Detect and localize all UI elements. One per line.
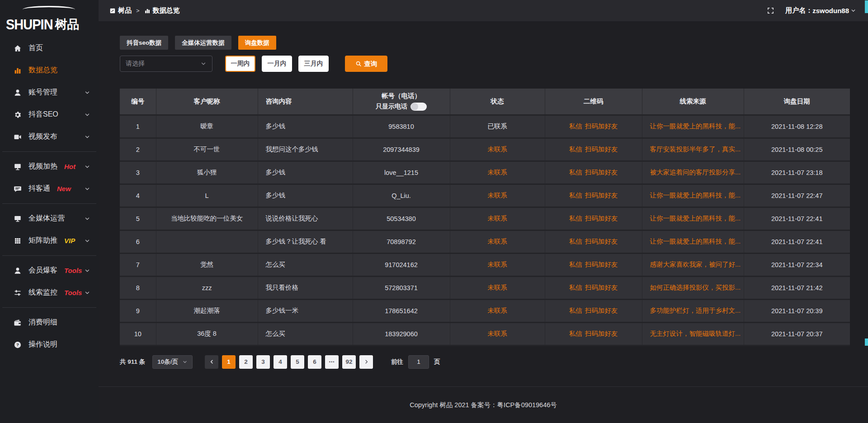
breadcrumb-item[interactable]: 数据总览	[144, 6, 180, 15]
qr-action-link[interactable]: 扫码加好友	[585, 192, 618, 199]
sidebar-item-label: 矩阵助推	[28, 236, 57, 245]
next-page-button[interactable]	[359, 355, 373, 369]
lead-source-link[interactable]: 多功能护栏灯，适用于乡村文...	[650, 307, 741, 314]
period-button-within-three-months[interactable]: 三月内	[298, 56, 329, 72]
goto-label: 前往	[391, 358, 403, 366]
page-button-3[interactable]: 3	[256, 355, 270, 369]
chevron-down-icon	[84, 268, 90, 274]
qr-action-link[interactable]: 私信	[569, 215, 582, 222]
chevron-down-icon	[84, 290, 90, 296]
page-button-2[interactable]: 2	[239, 355, 253, 369]
sidebar-item-data-overview[interactable]: 数据总览	[0, 59, 99, 81]
status-text: 已联系	[487, 122, 507, 130]
qr-action-link[interactable]: 扫码加好友	[585, 238, 618, 245]
sidebar-item-home[interactable]: 首页	[0, 37, 99, 59]
page-button-5[interactable]: 5	[291, 355, 304, 369]
qr-action-link[interactable]: 私信	[569, 261, 582, 268]
qr-action-link[interactable]: 扫码加好友	[585, 169, 618, 176]
period-filter-group: 一周内一月内三月内	[225, 56, 329, 72]
scrollbar-thumb[interactable]	[865, 0, 868, 13]
username: zswodun88	[812, 7, 849, 14]
sidebar-item-label: 线索监控	[28, 288, 57, 297]
qr-action-link[interactable]: 私信	[569, 238, 582, 245]
lead-source-link[interactable]: 让你一眼就爱上的黑科技，能...	[650, 122, 741, 130]
customer-nickname: 不可一世	[156, 138, 258, 161]
qr-action-link[interactable]: 扫码加好友	[585, 215, 618, 222]
page-size-select[interactable]: 10条/页	[152, 355, 193, 369]
sidebar-item-lead-monitor[interactable]: 线索监控Tools	[0, 282, 99, 304]
goto-page-input[interactable]	[408, 355, 429, 369]
sidebar-item-consumption-detail[interactable]: 消费明细	[0, 311, 99, 334]
tab-inquiry-data[interactable]: 询盘数据	[238, 36, 276, 50]
account-phone: 183929060	[353, 322, 450, 345]
period-button-within-week[interactable]: 一周内	[225, 56, 255, 72]
column-header-4: 状态	[450, 89, 545, 115]
qr-action-link[interactable]: 扫码加好友	[585, 284, 618, 291]
status-text: 未联系	[487, 169, 507, 176]
lead-source-link[interactable]: 让你一眼就爱上的黑科技，能...	[650, 238, 741, 245]
qr-action-link[interactable]: 扫码加好友	[585, 261, 618, 268]
sidebar-item-account-management[interactable]: 账号管理	[0, 81, 99, 103]
tab-omnimedia-operation-data[interactable]: 全媒体运营数据	[175, 36, 231, 50]
contact-status-cell: 未联系	[450, 184, 545, 207]
sidebar-item-operation-guide[interactable]: ?操作说明	[0, 334, 99, 356]
qr-action-link[interactable]: 私信	[569, 330, 582, 337]
sidebar-item-douyin-seo[interactable]: 抖音SEO	[0, 103, 99, 126]
page-button-92[interactable]: 92	[342, 355, 356, 369]
qr-actions-cell: 私信扫码加好友	[545, 138, 642, 161]
fullscreen-icon[interactable]	[767, 7, 774, 14]
page-button-4[interactable]: 4	[274, 355, 287, 369]
lead-source-link[interactable]: 让你一眼就爱上的黑科技，能...	[650, 192, 741, 199]
lead-source-cell: 让你一眼就爱上的黑科技，能...	[642, 184, 744, 207]
chevron-down-icon	[200, 61, 207, 67]
qr-actions-cell: 私信扫码加好友	[545, 161, 642, 184]
inquiry-date: 2021-11-07 22:47	[744, 184, 850, 207]
qr-actions-cell: 私信扫码加好友	[545, 115, 642, 138]
sidebar-item-matrix-boost[interactable]: 矩阵助推VIP	[0, 230, 99, 252]
qr-action-link[interactable]: 扫码加好友	[585, 122, 618, 130]
page-button-1[interactable]: 1	[222, 355, 236, 369]
chevron-down-icon	[182, 359, 188, 365]
lead-source-link[interactable]: 感谢大家喜欢我家，被问了好...	[650, 261, 741, 268]
breadcrumb-item[interactable]: 树品	[109, 6, 132, 15]
sidebar-item-member-baoke[interactable]: 会员爆客Tools	[0, 259, 99, 282]
prev-page-button[interactable]	[205, 355, 218, 369]
period-button-within-month[interactable]: 一月内	[262, 56, 292, 72]
qr-action-link[interactable]: 私信	[569, 169, 582, 176]
qr-action-link[interactable]: 私信	[569, 307, 582, 314]
lead-source-link[interactable]: 让你一眼就爱上的黑科技，能...	[650, 215, 741, 222]
row-number: 6	[120, 230, 156, 253]
page-buttons: 123456•••92	[205, 355, 373, 369]
lead-source-link[interactable]: 客厅安装投影半年多了，真实...	[650, 146, 741, 153]
qr-action-link[interactable]: 扫码加好友	[585, 330, 618, 337]
qr-action-link[interactable]: 私信	[569, 192, 582, 199]
data-tabs: 抖音seo数据全媒体运营数据询盘数据	[120, 36, 850, 50]
filter-select[interactable]: 请选择	[120, 56, 212, 72]
qr-action-link[interactable]: 私信	[569, 122, 582, 130]
user-menu[interactable]: 用户名： zswodun88	[785, 6, 856, 15]
qr-action-link[interactable]: 私信	[569, 146, 582, 153]
tab-douyin-seo-data[interactable]: 抖音seo数据	[120, 36, 168, 50]
row-number: 9	[120, 299, 156, 322]
scrollbar-thumb[interactable]	[865, 338, 868, 346]
row-number: 5	[120, 207, 156, 230]
qr-action-link[interactable]: 扫码加好友	[585, 146, 618, 153]
qr-action-link[interactable]: 扫码加好友	[585, 307, 618, 314]
lead-source-link[interactable]: 如何正确选择投影仪，买投影...	[650, 284, 741, 291]
search-icon	[355, 61, 362, 67]
qr-action-link[interactable]: 私信	[569, 284, 582, 291]
sidebar-item-label: 消费明细	[28, 318, 57, 327]
page-button-6[interactable]: 6	[308, 355, 321, 369]
phone-only-toggle[interactable]	[410, 103, 427, 111]
sidebar-item-douketong[interactable]: 抖客通New	[0, 178, 99, 200]
lead-source-link[interactable]: 无主灯设计，智能磁吸轨道灯...	[650, 330, 741, 337]
more-pages-button[interactable]: •••	[325, 355, 339, 369]
sidebar-item-video-heat[interactable]: 视频加热Hot	[0, 155, 99, 178]
sidebar-item-video-publish[interactable]: 视频发布	[0, 126, 99, 148]
breadcrumb-separator: >	[136, 7, 140, 14]
query-button[interactable]: 查询	[345, 56, 387, 72]
account-phone: Q_Liu.	[353, 184, 450, 207]
sidebar-item-omnimedia-operation[interactable]: 全媒体运营	[0, 207, 99, 230]
qr-actions-cell: 私信扫码加好友	[545, 253, 642, 276]
lead-source-link[interactable]: 被大家追着问的客厅投影分享...	[650, 169, 741, 176]
